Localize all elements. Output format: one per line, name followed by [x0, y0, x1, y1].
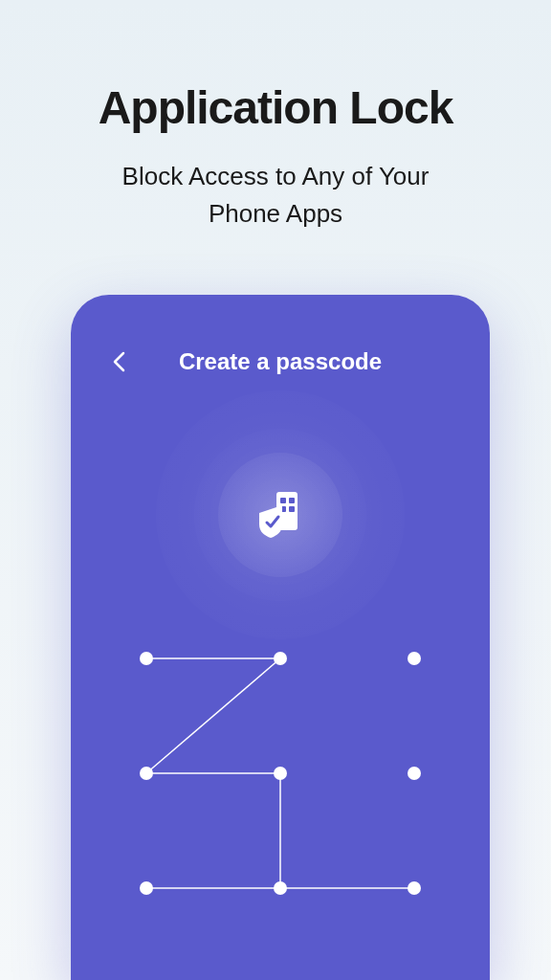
pattern-dot-7[interactable]	[140, 881, 153, 895]
pattern-dot-8[interactable]	[274, 881, 287, 895]
screen-title: Create a passcode	[99, 348, 461, 375]
svg-rect-1	[280, 498, 286, 503]
pattern-dot-1[interactable]	[140, 652, 153, 665]
svg-rect-2	[289, 498, 295, 503]
center-icon-circle	[218, 453, 342, 577]
center-icon-wrap	[99, 453, 461, 577]
chevron-left-icon	[112, 351, 125, 372]
pattern-dot-4[interactable]	[140, 767, 153, 780]
pattern-dot-3[interactable]	[408, 652, 421, 665]
device-header: Create a passcode	[99, 343, 461, 381]
back-button[interactable]	[99, 343, 138, 381]
shield-apps-icon	[252, 486, 309, 544]
pattern-grid[interactable]	[137, 649, 424, 936]
pattern-dot-5[interactable]	[274, 767, 287, 780]
page-subtitle: Block Access to Any of Your Phone Apps	[0, 158, 551, 233]
subtitle-line2: Phone Apps	[209, 199, 342, 228]
svg-line-6	[146, 658, 280, 773]
subtitle-line1: Block Access to Any of Your	[122, 162, 430, 190]
pattern-dot-2[interactable]	[274, 652, 287, 665]
pattern-dot-6[interactable]	[408, 767, 421, 780]
pattern-dot-9[interactable]	[408, 881, 421, 895]
svg-rect-4	[289, 506, 295, 512]
device-frame: Create a passcode	[71, 295, 490, 980]
page-title: Application Lock	[0, 81, 551, 134]
